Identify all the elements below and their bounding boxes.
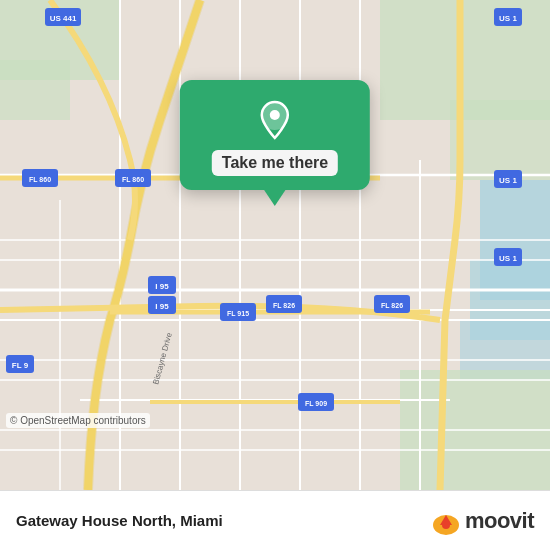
location-pin-icon <box>253 98 297 142</box>
popup-card: Take me there <box>180 80 370 190</box>
svg-point-60 <box>442 521 450 529</box>
svg-text:FL 915: FL 915 <box>227 310 249 317</box>
svg-text:US 1: US 1 <box>499 14 517 23</box>
map-container: I 95 US 441 US 1 US 1 US 1 FL 860 FL 860… <box>0 0 550 490</box>
svg-text:FL 860: FL 860 <box>29 176 51 183</box>
svg-text:FL 826: FL 826 <box>381 302 403 309</box>
svg-rect-4 <box>450 100 550 180</box>
take-me-there-button[interactable]: Take me there <box>212 150 338 176</box>
svg-text:FL 9: FL 9 <box>12 361 29 370</box>
map-attribution: © OpenStreetMap contributors <box>6 413 150 428</box>
svg-text:FL 860: FL 860 <box>122 176 144 183</box>
svg-text:US 441: US 441 <box>50 14 77 23</box>
bottom-bar: Gateway House North, Miami moovit <box>0 490 550 550</box>
svg-text:FL 826: FL 826 <box>273 302 295 309</box>
svg-text:US 1: US 1 <box>499 254 517 263</box>
svg-text:I 95: I 95 <box>155 302 169 311</box>
moovit-brand-icon <box>430 505 462 537</box>
location-name: Gateway House North, Miami <box>16 512 430 529</box>
svg-rect-2 <box>0 60 70 120</box>
moovit-logo: moovit <box>430 505 534 537</box>
svg-text:I 95: I 95 <box>155 282 169 291</box>
svg-text:FL 909: FL 909 <box>305 400 327 407</box>
svg-point-58 <box>270 110 280 120</box>
moovit-text-label: moovit <box>465 508 534 534</box>
svg-text:US 1: US 1 <box>499 176 517 185</box>
